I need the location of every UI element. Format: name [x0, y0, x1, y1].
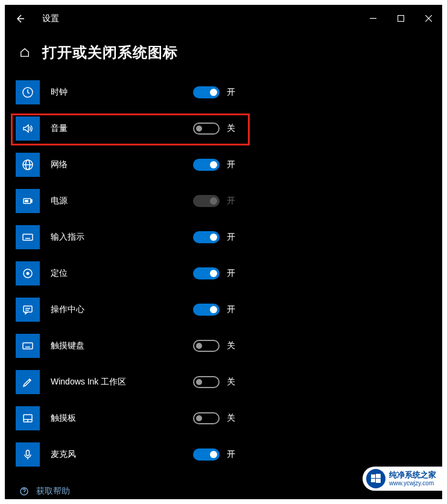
setting-row-volume: 音量关: [16, 116, 431, 141]
svg-rect-39: [371, 479, 375, 482]
setting-row-network: 网络开: [16, 153, 431, 177]
watermark-url: www.ycwjzy.com: [389, 480, 436, 486]
window-title: 设置: [42, 13, 59, 24]
mic-icon-box: [16, 442, 40, 467]
volume-icon-box: [16, 116, 40, 141]
system-icons-list: 时钟开音量关网络开电源开输入指示开定位开操作中心开触摸键盘关Windows In…: [16, 80, 431, 467]
toggle-column: 关: [193, 412, 235, 424]
toggle-knob: [210, 451, 217, 458]
toggle-knob: [196, 379, 202, 385]
home-button[interactable]: [16, 43, 34, 62]
toggle-column: 开: [193, 159, 235, 171]
toggle-column: 关: [193, 376, 235, 388]
toggle-column: 开: [193, 448, 235, 461]
pen-icon-box: [16, 370, 40, 394]
setting-row-ime: 输入指示开: [16, 225, 431, 249]
svg-rect-38: [376, 474, 381, 478]
toggle-touchpad[interactable]: [193, 412, 220, 424]
setting-label: 时钟: [51, 87, 68, 98]
touchpad-icon-box: [16, 406, 40, 430]
svg-point-19: [27, 272, 30, 275]
toggle-ime[interactable]: [193, 231, 220, 243]
svg-rect-23: [23, 343, 33, 349]
target-icon: [22, 267, 34, 279]
back-arrow-icon: [15, 14, 25, 24]
toggle-action-center[interactable]: [193, 304, 220, 316]
keyboard-icon: [22, 231, 34, 243]
svg-rect-40: [376, 479, 381, 483]
toggle-state-label: 开: [227, 87, 235, 98]
toggle-volume[interactable]: [193, 123, 220, 135]
close-button[interactable]: [414, 5, 442, 32]
page-title: 打开或关闭系统图标: [42, 43, 178, 62]
svg-rect-2: [398, 16, 404, 22]
setting-row-action-center: 操作中心开: [16, 298, 431, 322]
toggle-column: 开: [193, 195, 235, 207]
setting-label: 输入指示: [51, 232, 84, 243]
toggle-knob: [210, 270, 217, 277]
toggle-touch-keyboard[interactable]: [193, 340, 220, 352]
toggle-state-label: 开: [227, 159, 235, 170]
setting-row-power: 电源开: [16, 189, 431, 213]
windows-logo-icon: [370, 473, 381, 484]
setting-row-microphone: 麦克风开: [16, 442, 431, 467]
toggle-knob: [210, 89, 217, 96]
toggle-location[interactable]: [193, 267, 220, 279]
svg-rect-37: [371, 474, 375, 478]
toggle-microphone[interactable]: [193, 448, 220, 461]
toggle-network[interactable]: [193, 159, 220, 171]
keyboard-icon-box: [16, 334, 40, 358]
setting-label: 触摸键盘: [51, 340, 84, 351]
svg-point-36: [24, 493, 24, 494]
maximize-icon: [398, 15, 404, 22]
toggle-windows-ink[interactable]: [193, 376, 220, 388]
toggle-state-label: 开: [227, 449, 235, 460]
chat-icon: [22, 304, 34, 316]
toggle-knob: [210, 234, 217, 241]
home-icon: [19, 47, 30, 58]
toggle-column: 关: [193, 123, 235, 135]
toggle-state-label: 开: [227, 232, 235, 243]
help-icon: [19, 486, 29, 496]
mic-icon: [22, 448, 34, 461]
minimize-icon: [370, 15, 376, 22]
globe-icon-box: [16, 153, 40, 177]
toggle-power: [193, 195, 220, 207]
svg-rect-10: [31, 200, 32, 202]
pen-icon: [22, 376, 34, 388]
titlebar: 设置: [5, 5, 442, 32]
toggle-column: 关: [193, 340, 235, 352]
minimize-button[interactable]: [359, 5, 387, 32]
maximize-button[interactable]: [387, 5, 414, 32]
clock-icon: [22, 86, 34, 98]
toggle-state-label: 开: [227, 268, 235, 279]
battery-icon-box: [16, 189, 40, 213]
target-icon-box: [16, 261, 40, 285]
globe-icon: [22, 159, 34, 171]
toggle-knob: [196, 343, 202, 349]
setting-label: 网络: [51, 159, 68, 170]
keyboard-icon: [22, 340, 34, 352]
settings-window: 设置 打开或关闭系统图标 时钟开音量关网络开电源开输入指示开定位开操作中心开触摸…: [0, 0, 447, 504]
toggle-column: 开: [193, 267, 235, 279]
toggle-knob: [210, 197, 217, 205]
watermark-logo: [366, 469, 385, 488]
get-help-link[interactable]: 获取帮助: [19, 486, 70, 497]
close-icon: [425, 15, 432, 22]
toggle-clock[interactable]: [193, 86, 220, 98]
back-button[interactable]: [5, 5, 35, 32]
svg-rect-11: [25, 200, 28, 202]
toggle-state-label: 关: [227, 377, 235, 388]
setting-row-location: 定位开: [16, 261, 431, 285]
header-row: 打开或关闭系统图标: [16, 43, 431, 62]
svg-rect-33: [27, 450, 30, 456]
clock-icon-box: [16, 80, 40, 104]
setting-row-touchpad: 触摸板关: [16, 406, 431, 430]
watermark-text: 纯净系统之家 www.ycwjzy.com: [389, 471, 436, 486]
chat-icon-box: [16, 298, 40, 322]
keyboard-icon-box: [16, 225, 40, 249]
battery-icon: [22, 195, 34, 207]
toggle-column: 开: [193, 86, 235, 98]
toggle-knob: [196, 126, 202, 132]
setting-label: 麦克风: [51, 449, 76, 460]
